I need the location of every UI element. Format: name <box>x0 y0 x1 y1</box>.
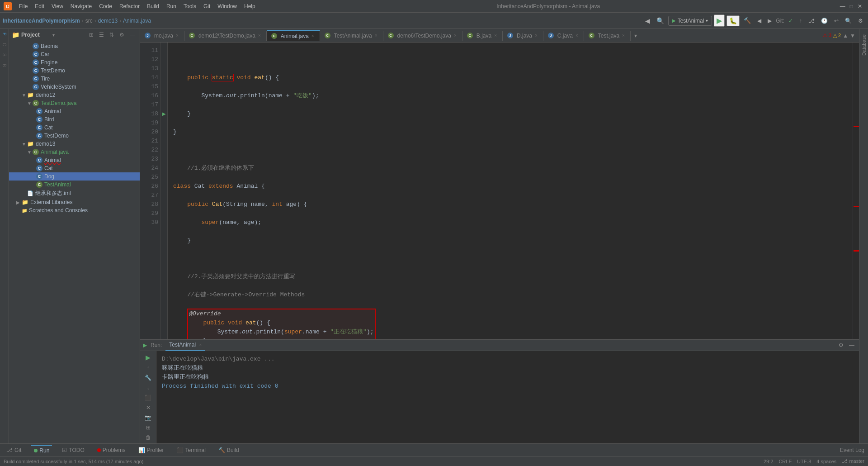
menu-refactor[interactable]: Refactor <box>116 1 143 11</box>
run-scroll-up-btn[interactable]: ↑ <box>146 364 151 372</box>
tab-close[interactable]: × <box>493 33 498 38</box>
git-revert[interactable]: ↩ <box>832 16 841 25</box>
project-sort-btn[interactable]: ⇅ <box>108 31 116 39</box>
settings-btn[interactable]: ⚙ <box>856 16 865 25</box>
profile-btn[interactable]: ◀ <box>643 16 652 26</box>
bottom-todo[interactable]: ☑ TODO <box>59 445 87 455</box>
tree-item-animal-demo12[interactable]: C Animal <box>9 107 140 115</box>
bottom-run[interactable]: Run <box>31 445 52 456</box>
menu-edit[interactable]: Edit <box>31 1 48 11</box>
git-branch[interactable]: ⎇ <box>806 16 817 25</box>
tree-item-scratches[interactable]: 📁 Scratches and Consoles <box>9 206 140 214</box>
tab-close[interactable]: × <box>453 33 458 38</box>
close-btn[interactable]: ✕ <box>855 2 864 11</box>
tree-item-external-libs[interactable]: ▶ 📁 External Libraries <box>9 198 140 206</box>
menu-run[interactable]: Run <box>163 1 180 11</box>
tab-close[interactable]: × <box>175 33 179 38</box>
tree-item-animal-class[interactable]: C Animal <box>9 156 140 164</box>
bookmarks-strip-icon[interactable]: B <box>1 62 8 69</box>
tree-item-testanimal[interactable]: C TestAnimal <box>9 181 140 189</box>
project-hide-btn[interactable]: — <box>128 31 137 39</box>
tree-item-engine[interactable]: C Engine <box>9 58 140 67</box>
menu-file[interactable]: File <box>15 1 31 11</box>
breadcrumb-project[interactable]: InheritanceAndPolymorphism <box>3 18 80 24</box>
menu-tools[interactable]: Tools <box>180 1 200 11</box>
menu-view[interactable]: View <box>48 1 67 11</box>
tab-d-java[interactable]: J D.java × <box>503 31 543 41</box>
tab-overflow-btn[interactable]: ▾ <box>631 31 641 41</box>
breadcrumb-src[interactable]: src <box>85 18 93 24</box>
run-settings-btn[interactable]: ⚙ <box>837 341 845 349</box>
breadcrumb-package[interactable]: demo13 <box>98 18 118 24</box>
tab-close[interactable]: × <box>621 33 626 38</box>
tree-item-vehiclesystem[interactable]: C VehicleSystem <box>9 83 140 91</box>
run-scroll-end-btn[interactable]: ↓ <box>146 384 151 392</box>
cursor-position[interactable]: 29:2 <box>764 459 773 464</box>
tree-item-baoma[interactable]: C Baoma <box>9 42 140 50</box>
code-editor[interactable]: public static void eat() { System.out.pr… <box>168 43 853 339</box>
search-btn[interactable]: 🔍 <box>843 16 854 25</box>
run-close-btn[interactable]: ✕ <box>145 404 151 412</box>
menu-help[interactable]: Help <box>241 1 259 11</box>
tab-mo-java[interactable]: J mo.java × <box>140 31 184 41</box>
tree-item-cat-demo12[interactable]: C Cat <box>9 124 140 132</box>
menu-navigate[interactable]: Navigate <box>67 1 95 11</box>
run-hide-btn[interactable]: — <box>847 341 856 349</box>
file-encoding[interactable]: UTF-8 <box>797 459 811 464</box>
git-check[interactable]: ✓ <box>786 16 795 25</box>
run-wrench-btn[interactable]: 🔧 <box>144 374 152 382</box>
search-everywhere-btn[interactable]: 🔍 <box>654 16 666 26</box>
tab-close[interactable]: × <box>257 33 262 38</box>
tree-item-tire[interactable]: C Tire <box>9 75 140 83</box>
scroll-down-btn[interactable]: ▼ <box>850 33 855 39</box>
maximize-btn[interactable]: □ <box>848 2 855 11</box>
menu-build[interactable]: Build <box>143 1 163 11</box>
minimize-btn[interactable]: — <box>838 2 848 11</box>
run-trash-btn[interactable]: 🗑 <box>145 433 152 442</box>
run-tab-testanimal[interactable]: TestAnimal × <box>165 340 205 351</box>
tab-b-java[interactable]: C B.java × <box>462 31 503 41</box>
run-stop-btn[interactable]: ⬛ <box>144 394 152 402</box>
event-log-btn[interactable]: Event Log <box>840 447 864 453</box>
tab-close[interactable]: × <box>311 33 315 39</box>
indent-setting[interactable]: 4 spaces <box>816 459 836 464</box>
project-collapse-btn[interactable]: ☰ <box>97 31 106 39</box>
run-config-selector[interactable]: ▶ TestAnimal ▾ <box>668 16 712 26</box>
menu-git[interactable]: Git <box>200 1 214 11</box>
tab-testanimal[interactable]: C TestAnimal.java × <box>320 31 383 41</box>
tab-demo6-testdemo[interactable]: C demo6\TestDemo.java × <box>383 31 462 41</box>
tree-item-demo12[interactable]: ▼ 📁 demo12 <box>9 91 140 99</box>
git-history[interactable]: 🕐 <box>819 16 830 25</box>
tree-item-bird[interactable]: C Bird <box>9 115 140 124</box>
tree-item-demo13[interactable]: ▼ 📁 demo13 <box>9 140 140 148</box>
bottom-problems[interactable]: Problems <box>94 445 128 455</box>
tree-item-dog[interactable]: C Dog <box>9 172 140 181</box>
git-up[interactable]: ↑ <box>797 16 804 25</box>
project-settings-btn[interactable]: ⚙ <box>118 31 126 39</box>
bottom-build[interactable]: 🔨 Build <box>216 445 242 455</box>
breadcrumb-file[interactable]: Animal.java <box>123 18 151 24</box>
tree-item-testdemo-java[interactable]: ▼ C TestDemo.java <box>9 99 140 107</box>
line-separator[interactable]: CRLF <box>778 459 792 464</box>
run-camera-btn[interactable]: 📷 <box>144 414 152 422</box>
build-button[interactable]: 🔨 <box>741 16 753 25</box>
tab-c-java[interactable]: J C.java × <box>543 31 584 41</box>
run-button[interactable]: ▶ <box>714 14 725 27</box>
project-strip-icon[interactable]: P <box>1 31 8 38</box>
tab-test-java[interactable]: C Test.java × <box>584 31 631 41</box>
tab-animal-java[interactable]: C Animal.java × <box>267 30 320 41</box>
back-button[interactable]: ◀ <box>755 16 764 25</box>
tab-testdemo12[interactable]: C demo12\TestDemo.java × <box>184 31 267 41</box>
bottom-git[interactable]: ⎇ Git <box>4 445 24 455</box>
bottom-terminal[interactable]: ⬛ Terminal <box>174 445 208 455</box>
tree-item-cat[interactable]: C Cat <box>9 164 140 172</box>
commit-strip-icon[interactable]: C <box>1 41 8 48</box>
tree-item-animal-java[interactable]: ▼ C Animal.java <box>9 148 140 156</box>
scroll-up-btn[interactable]: ▲ <box>843 33 848 39</box>
tree-item-testdemo-top[interactable]: C TestDemo <box>9 67 140 75</box>
database-label[interactable]: Database <box>860 31 868 59</box>
tree-item-testdemo-class[interactable]: C TestDemo <box>9 132 140 140</box>
tree-item-iml[interactable]: 📄 继承和多态.iml <box>9 189 140 198</box>
tab-close[interactable]: × <box>534 33 538 38</box>
run-tab-close[interactable]: × <box>199 342 202 347</box>
